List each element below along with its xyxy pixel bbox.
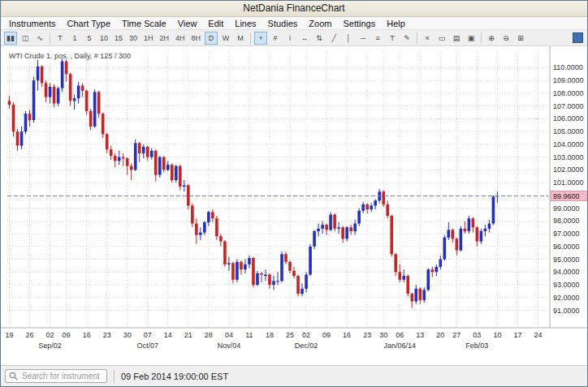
print-button[interactable]: ▤ — [450, 32, 463, 45]
svg-text:95.0000: 95.0000 — [553, 256, 580, 264]
menu-item-view[interactable]: View — [172, 19, 203, 28]
svg-text:110.0000: 110.0000 — [553, 63, 583, 71]
y-axis-labels: 91.000092.000093.000094.000095.000096.00… — [553, 63, 584, 314]
menubar: InstrumentsChart TypeTime ScaleViewEditL… — [1, 17, 587, 30]
interval-monthly-button[interactable]: M — [234, 32, 247, 45]
toolbar: ▮▮◫∿T151015301H2H4H8HDWM+#i↔⇅╱│─≡T✎×▭▤▣⊕… — [1, 30, 587, 46]
scale-button[interactable]: ⇅ — [313, 32, 326, 45]
horizontal-line-button[interactable]: ─ — [357, 32, 370, 45]
toolbar-separator — [50, 32, 50, 44]
trend-line-button[interactable]: ╱ — [327, 32, 340, 45]
svg-text:99.0000: 99.0000 — [553, 204, 580, 213]
svg-text:94.0000: 94.0000 — [553, 268, 580, 276]
menu-item-help[interactable]: Help — [381, 19, 411, 28]
svg-text:02: 02 — [46, 331, 54, 339]
menu-item-chart-type[interactable]: Chart Type — [61, 19, 116, 28]
svg-text:102.0000: 102.0000 — [553, 166, 584, 174]
svg-text:103.0000: 103.0000 — [553, 153, 584, 161]
svg-text:92.0000: 92.0000 — [553, 294, 580, 302]
pause-button[interactable]: ▮▮ — [4, 32, 17, 45]
svg-text:11: 11 — [245, 331, 253, 339]
svg-text:14: 14 — [164, 331, 172, 339]
menu-item-time-scale[interactable]: Time Scale — [116, 19, 172, 28]
svg-text:24: 24 — [534, 331, 542, 339]
candles-layer — [8, 58, 499, 307]
grid-layer — [7, 51, 548, 327]
svg-text:Dec/02: Dec/02 — [295, 342, 318, 350]
interval-daily-button[interactable]: D — [205, 32, 218, 45]
svg-text:93.0000: 93.0000 — [553, 281, 580, 289]
interval-10m-button[interactable]: 10 — [97, 32, 110, 45]
svg-text:Jan/06/14: Jan/06/14 — [383, 342, 416, 350]
interval-2h-button[interactable]: 2H — [158, 32, 172, 45]
menu-item-settings[interactable]: Settings — [337, 19, 381, 28]
svg-text:Oct/07: Oct/07 — [137, 342, 159, 350]
x-axis-labels: 192602Sep/020916233007Oct/0714212804Nov/… — [5, 331, 542, 350]
interval-tick-button[interactable]: T — [54, 32, 67, 45]
zoom-reset-button[interactable]: ⊞ — [514, 32, 527, 45]
interval-8h-button[interactable]: 8H — [189, 32, 204, 45]
instrument-label: WTI Crude 1. pos. , Daily, # 125 / 300 — [9, 52, 131, 60]
svg-text:16: 16 — [343, 331, 351, 339]
snapshot-button[interactable]: ▣ — [465, 32, 478, 45]
zoom-in-button[interactable]: ⊕ — [485, 32, 498, 45]
blue-panel-icon[interactable] — [573, 32, 583, 43]
svg-text:107.0000: 107.0000 — [553, 102, 584, 110]
app-window: NetDania FinanceChart InstrumentsChart T… — [0, 0, 588, 387]
interval-15m-button[interactable]: 15 — [112, 32, 125, 45]
svg-text:04: 04 — [225, 331, 233, 339]
statusbar-separator — [114, 370, 115, 383]
fibonacci-button[interactable]: ≡ — [371, 32, 384, 45]
svg-text:26: 26 — [26, 331, 34, 339]
menu-item-edit[interactable]: Edit — [202, 19, 229, 28]
vertical-line-button[interactable]: │ — [342, 32, 355, 45]
candlestick-style-button[interactable]: ◫ — [19, 32, 32, 45]
chart-canvas[interactable]: 91.000092.000093.000094.000095.000096.00… — [1, 46, 587, 365]
svg-text:27: 27 — [452, 331, 460, 339]
text-tool-button[interactable]: T — [386, 32, 399, 45]
titlebar[interactable]: NetDania FinanceChart — [1, 1, 587, 17]
svg-text:03: 03 — [473, 331, 481, 339]
zoom-out-button[interactable]: ⊖ — [499, 32, 512, 45]
interval-4h-button[interactable]: 4H — [173, 32, 188, 45]
svg-text:30: 30 — [379, 331, 387, 339]
interval-5m-button[interactable]: 5 — [83, 32, 96, 45]
interval-30m-button[interactable]: 30 — [127, 32, 140, 45]
interval-1m-button[interactable]: 1 — [68, 32, 81, 45]
pan-button[interactable]: ↔ — [298, 32, 311, 45]
toolbar-separator — [481, 32, 482, 44]
svg-text:99.9600: 99.9600 — [553, 192, 580, 200]
menu-item-studies[interactable]: Studies — [262, 19, 304, 28]
svg-text:18: 18 — [266, 331, 274, 339]
menu-item-zoom[interactable]: Zoom — [303, 19, 337, 28]
menu-item-instruments[interactable]: Instruments — [3, 19, 61, 28]
search-icon — [9, 372, 18, 381]
search-input[interactable] — [20, 371, 103, 381]
delete-button[interactable]: × — [421, 32, 434, 45]
axis-lines — [1, 46, 587, 328]
svg-text:23: 23 — [103, 331, 111, 339]
menu-item-lines[interactable]: Lines — [229, 19, 262, 28]
svg-text:Nov/04: Nov/04 — [218, 342, 241, 350]
crosshair-button[interactable]: + — [254, 32, 267, 45]
grid-button[interactable]: # — [269, 32, 282, 45]
svg-text:06: 06 — [396, 331, 404, 339]
interval-weekly-button[interactable]: W — [219, 32, 232, 45]
statusbar: 09 Feb 2014 19:00:00 EST — [1, 365, 587, 386]
info-button[interactable]: i — [283, 32, 296, 45]
svg-text:101.0000: 101.0000 — [553, 178, 584, 187]
interval-1h-button[interactable]: 1H — [141, 32, 156, 45]
svg-text:21: 21 — [184, 331, 192, 339]
svg-text:16: 16 — [83, 331, 91, 339]
pencil-button[interactable]: ✎ — [400, 32, 413, 45]
svg-text:109.0000: 109.0000 — [553, 76, 584, 84]
search-box[interactable] — [5, 369, 107, 383]
eraser-button[interactable]: ▭ — [435, 32, 448, 45]
line-style-button[interactable]: ∿ — [33, 32, 46, 45]
toolbar-separator — [250, 32, 251, 44]
chart-area: 91.000092.000093.000094.000095.000096.00… — [1, 46, 587, 365]
svg-text:19: 19 — [5, 331, 13, 339]
svg-text:91.0000: 91.0000 — [553, 307, 580, 315]
svg-text:13: 13 — [416, 331, 424, 339]
svg-text:07: 07 — [144, 331, 152, 339]
